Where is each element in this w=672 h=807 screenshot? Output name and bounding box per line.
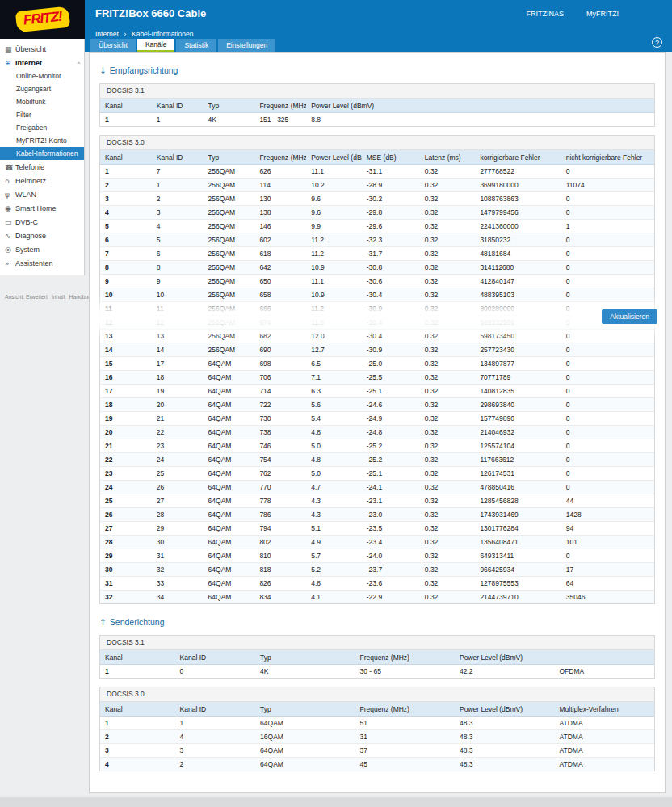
tab-statistik[interactable]: Statistik <box>176 39 216 52</box>
table-row: 313364QAM8264.8-23.60.32127897555364 <box>100 577 654 591</box>
fritznas-link[interactable]: FRITZ!NAS <box>527 10 565 18</box>
table-cell: 45 <box>355 758 455 771</box>
table-cell: 64QAM <box>204 453 255 467</box>
table-cell: 0.32 <box>420 508 476 522</box>
upstream-docsis31-table: KanalKanal IDTypFrequenz (MHz)Power Leve… <box>100 650 654 678</box>
table-cell: 314112680 <box>475 261 561 275</box>
myfritz-link[interactable]: MyFRITZ! <box>586 10 619 18</box>
table-cell: 5.1 <box>306 522 362 536</box>
table-cell: 44 <box>561 494 654 508</box>
tab-kanale[interactable]: Kanäle <box>137 39 174 52</box>
sidebar-item-kabel-informationen[interactable]: Kabel-Informationen <box>0 147 84 160</box>
table-cell: 14 <box>152 343 204 357</box>
table-cell: 42.2 <box>455 665 554 679</box>
tab-ubersicht[interactable]: Übersicht <box>90 39 136 52</box>
sidebar-item-label: Internet <box>15 59 42 67</box>
table-cell: 8.8 <box>306 113 654 127</box>
table-cell: 1 <box>100 165 152 179</box>
sidebar-item-internet[interactable]: ⊕Internet› <box>0 56 84 69</box>
sidebar-item-myfritz-konto[interactable]: MyFRITZ!-Konto <box>0 134 84 147</box>
table-row: 293164QAM8105.7-24.00.326493134110 <box>100 549 654 563</box>
upstream-docsis31-label: DOCSIS 3.1 <box>100 636 654 650</box>
table-cell: 3 <box>152 206 204 220</box>
tab-einstellungen[interactable]: Einstellungen <box>218 39 275 52</box>
table-cell: 690 <box>254 343 306 357</box>
sidebar-item-telefonie[interactable]: ☎Telefonie <box>0 160 84 174</box>
table-row: 1313256QAM68212.0-30.40.325981734500 <box>100 330 654 343</box>
sidebar-item-mobilfunk[interactable]: Mobilfunk <box>0 95 84 108</box>
downstream-docsis31-section: DOCSIS 3.1 KanalKanal IDTypFrequenz (MHz… <box>99 83 655 127</box>
sidebar-item-online-monitor[interactable]: Online-Monitor <box>0 69 84 82</box>
table-cell: ATDMA <box>554 744 654 758</box>
table-cell: 1301776284 <box>475 522 561 536</box>
table-cell: 12 <box>152 316 204 330</box>
table-cell: 1 <box>561 220 654 233</box>
table-cell: 4K <box>204 113 255 127</box>
table-row: 1414256QAM69012.7-30.90.322577234300 <box>100 343 654 357</box>
table-row: 99256QAM65011.1-30.60.324128401470 <box>100 275 654 288</box>
table-cell: 10 <box>152 288 204 302</box>
table-cell: 6.3 <box>306 385 362 398</box>
table-cell: 0.32 <box>420 467 476 481</box>
table-cell: 256QAM <box>204 302 255 316</box>
footer-link-ansicht-erweitert[interactable]: Ansicht: Erweitert <box>5 294 48 300</box>
table-cell: 256QAM <box>204 261 255 275</box>
table-cell: 0 <box>561 275 654 288</box>
table-cell: 0 <box>561 206 654 220</box>
table-row: 1111256QAM66611.2-30.90.328002800000 <box>100 302 654 316</box>
sidebar-item-dvb-c[interactable]: ▭DVB-C <box>0 215 84 229</box>
sidebar-item-wlan[interactable]: ψWLAN <box>0 187 84 201</box>
refresh-button[interactable]: Aktualisieren <box>602 309 657 324</box>
table-cell: 738 <box>254 426 306 439</box>
table-cell: 27 <box>152 494 204 508</box>
table-cell: 12.0 <box>306 330 362 343</box>
table-cell: 31 <box>152 549 204 563</box>
sidebar-item-diagnose[interactable]: ∿Diagnose <box>0 229 84 242</box>
table-cell: 64QAM <box>204 536 255 549</box>
help-icon[interactable]: ? <box>652 37 662 48</box>
table-row: 232564QAM7625.0-25.10.321261745310 <box>100 467 654 481</box>
table-cell: 2 <box>152 192 204 206</box>
breadcrumb-section[interactable]: Internet <box>95 30 119 38</box>
table-cell: 706 <box>254 371 306 385</box>
table-cell: 64QAM <box>204 467 255 481</box>
table-row: 283064QAM8024.9-23.40.321356408471101 <box>100 536 654 549</box>
table-cell: 802 <box>254 536 306 549</box>
table-cell: 64QAM <box>255 717 355 730</box>
footer-link-inhalt[interactable]: Inhalt <box>52 294 65 300</box>
fritz-logo[interactable]: FRITZ! <box>0 0 85 39</box>
column-header: Typ <box>204 150 255 165</box>
fritzbox-ui: FRITZ!Box 6660 Cable FRITZ!NAS MyFRITZ! … <box>0 0 672 807</box>
sidebar-item-smart-home[interactable]: ◉Smart Home <box>0 201 84 215</box>
sidebar-item-zugangsart[interactable]: Zugangsart <box>0 82 84 95</box>
column-header: Frequenz (MHz) <box>355 650 455 665</box>
table-cell: 0.32 <box>420 343 476 357</box>
table-cell: 256QAM <box>204 288 255 302</box>
table-cell: 28 <box>100 536 152 549</box>
table-cell: 0.32 <box>420 165 476 179</box>
sidebar-item-system[interactable]: ◎System <box>0 242 84 256</box>
sidebar-item-filter[interactable]: Filter <box>0 108 84 121</box>
table-cell: 277768522 <box>475 165 561 179</box>
table-cell: 674 <box>254 316 306 330</box>
column-header: Latenz (ms) <box>420 150 476 165</box>
sidebar-item-freigaben[interactable]: Freigaben <box>0 121 84 134</box>
assistant-icon: » <box>5 259 15 267</box>
table-cell: 24 <box>152 453 204 467</box>
column-header: Frequenz (MHz) <box>254 150 306 165</box>
table-cell: 1 <box>152 179 204 192</box>
sidebar-item-heimnetz[interactable]: ⌂Heimnetz <box>0 174 84 187</box>
table-cell: 754 <box>254 453 306 467</box>
column-header: Power Level (dBmV) <box>455 650 554 665</box>
sidebar-item-ubersicht[interactable]: ▦Übersicht <box>0 42 84 56</box>
table-cell: 125574104 <box>475 439 561 453</box>
table-cell: 1088763863 <box>475 192 561 206</box>
table-cell: 7.1 <box>306 371 362 385</box>
table-cell: -25.0 <box>362 357 420 371</box>
table-cell: 10 <box>100 288 152 302</box>
table-cell: 32 <box>100 591 152 604</box>
table-row: 54256QAM1469.9-29.60.3222413600001 <box>100 220 654 233</box>
table-cell: 138 <box>254 206 306 220</box>
table-cell: 682 <box>254 330 306 343</box>
sidebar-item-assistenten[interactable]: »Assistenten <box>0 256 84 270</box>
